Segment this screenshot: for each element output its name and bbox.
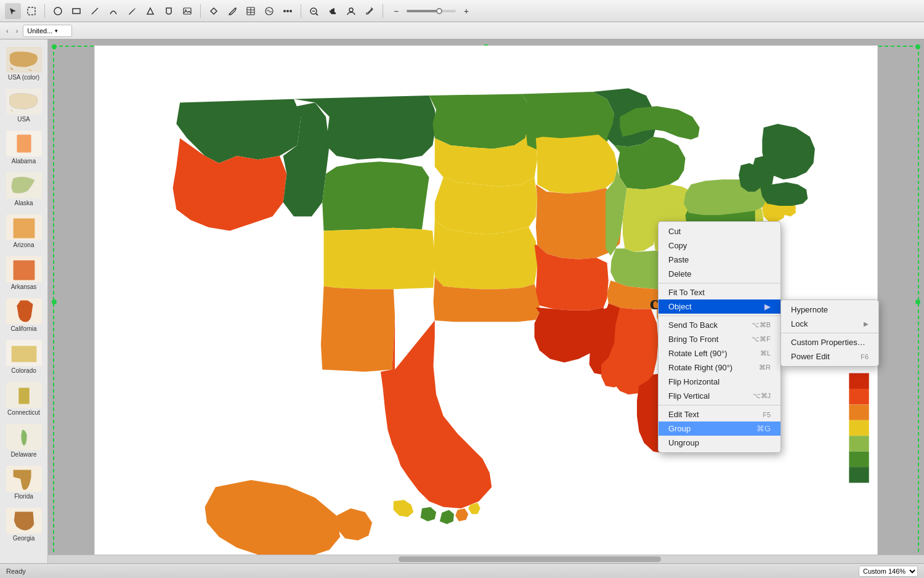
sidebar-item-arkansas[interactable]: Arkansas <box>2 254 46 292</box>
svg-rect-24 <box>18 388 29 404</box>
menu-rotate-right[interactable]: Rotate Right (90°) ⌘R <box>659 360 780 375</box>
svg-line-3 <box>92 8 98 14</box>
zoom-thumb[interactable] <box>436 8 442 14</box>
sidebar-label-usa-color: USA (color) <box>8 74 39 81</box>
sidebar-map-usa-color <box>6 47 42 73</box>
sidebar-item-colorado[interactable]: Colorado <box>2 338 46 376</box>
svg-point-15 <box>290 10 292 12</box>
hand-tool[interactable] <box>325 3 341 19</box>
svg-point-13 <box>283 10 286 12</box>
sidebar-item-usa[interactable]: USA <box>2 86 46 124</box>
sidebar-item-delaware[interactable]: Delaware <box>2 421 46 460</box>
paint-tool[interactable] <box>161 3 177 19</box>
svg-rect-31 <box>849 436 869 451</box>
submenu-hypernote[interactable]: Hypernote <box>781 303 878 317</box>
menu-group[interactable]: Group ⌘G <box>659 421 780 436</box>
zoom-control: Custom 146% 100% 75% 50% <box>859 566 918 577</box>
arc-tool[interactable] <box>105 3 121 19</box>
page-dropdown[interactable]: United... ▾ <box>23 25 72 37</box>
menu-object[interactable]: Object ▶ <box>659 299 780 314</box>
sep-a <box>659 283 780 283</box>
submenu-custom-properties[interactable]: Custom Properties… <box>781 335 878 349</box>
menu-ungroup[interactable]: Ungroup <box>659 436 780 450</box>
sidebar-item-arizona[interactable]: Arizona <box>2 212 46 250</box>
sidebar-item-usa-color[interactable]: USA (color) <box>2 44 46 83</box>
h-scrollbar-thumb[interactable] <box>399 556 662 562</box>
main-area: USA (color) USA Alabama Alaska <box>0 39 924 563</box>
gradient-tool[interactable] <box>261 3 277 19</box>
svg-rect-5 <box>184 8 191 14</box>
sep1 <box>44 4 45 18</box>
svg-line-18 <box>316 14 318 15</box>
sidebar-item-florida[interactable]: Florida <box>2 463 46 502</box>
action-tool[interactable] <box>206 3 222 19</box>
menu-copy[interactable]: Copy <box>659 238 780 253</box>
rect-tool[interactable] <box>68 3 84 19</box>
arrow-tool[interactable] <box>5 3 21 19</box>
sidebar-map-usa <box>6 89 42 115</box>
svg-rect-0 <box>28 7 35 15</box>
extras-tool[interactable] <box>280 3 296 19</box>
submenu-power-edit[interactable]: Power Edit F6 <box>781 349 878 364</box>
sidebar-item-california[interactable]: California <box>2 296 46 334</box>
svg-line-7 <box>231 10 233 12</box>
oval-tool[interactable] <box>50 3 66 19</box>
submenu-sep <box>781 333 878 333</box>
zoom-select[interactable]: Custom 146% 100% 75% 50% <box>859 566 918 577</box>
image-tool[interactable] <box>179 3 195 19</box>
pencil-tool[interactable] <box>124 3 140 19</box>
svg-rect-23 <box>11 346 36 362</box>
menu-bring-to-front[interactable]: Bring To Front ⌥⌘F <box>659 332 780 346</box>
menu-cut[interactable]: Cut <box>659 224 780 238</box>
sep3 <box>301 4 301 18</box>
menu-flip-vertical[interactable]: Flip Vertical ⌥⌘J <box>659 389 780 403</box>
svg-point-1 <box>54 7 62 15</box>
submenu-lock[interactable]: Lock ▶ <box>781 317 878 331</box>
svg-rect-22 <box>13 261 34 280</box>
zoom-slider[interactable] <box>407 10 456 12</box>
forward-button[interactable]: › <box>14 26 21 36</box>
status-bar: Ready Custom 146% 100% 75% 50% <box>0 563 924 578</box>
svg-rect-33 <box>849 467 869 482</box>
sep4 <box>383 4 383 18</box>
svg-point-14 <box>286 10 289 12</box>
eyedropper-tool[interactable] <box>362 3 378 19</box>
line-tool[interactable] <box>87 3 103 19</box>
menu-delete[interactable]: Delete <box>659 267 780 281</box>
main-toolbar: − + <box>0 0 924 22</box>
menu-rotate-left[interactable]: Rotate Left (90°) ⌘L <box>659 346 780 360</box>
menu-edit-text[interactable]: Edit Text F5 <box>659 407 780 421</box>
canvas-area[interactable]: ce Index Cut Copy Paste <box>48 39 924 563</box>
select-tool[interactable] <box>23 3 39 19</box>
user-tool[interactable] <box>343 3 359 19</box>
sidebar: USA (color) USA Alabama Alaska <box>0 39 48 563</box>
menu-fit-to-text[interactable]: Fit To Text <box>659 285 780 299</box>
sidebar-label-usa: USA <box>17 116 30 123</box>
svg-point-19 <box>349 8 353 12</box>
shape-tool[interactable] <box>142 3 158 19</box>
svg-rect-27 <box>849 373 869 389</box>
zoom-minus[interactable]: − <box>388 3 404 19</box>
svg-rect-28 <box>849 389 869 404</box>
sidebar-item-alaska[interactable]: Alaska <box>2 170 46 208</box>
h-scrollbar[interactable] <box>48 555 924 563</box>
object-submenu: Hypernote Lock ▶ Custom Properties… Powe… <box>780 299 879 367</box>
table-tool[interactable] <box>243 3 259 19</box>
menu-paste[interactable]: Paste <box>659 253 780 267</box>
sidebar-item-georgia[interactable]: Georgia <box>2 505 46 543</box>
link-tool[interactable] <box>224 3 240 19</box>
menu-send-to-back[interactable]: Send To Back ⌥⌘B <box>659 318 780 332</box>
zoom-out-btn[interactable] <box>306 3 322 19</box>
menu-flip-horizontal[interactable]: Flip Horizontal <box>659 375 780 389</box>
svg-rect-20 <box>17 135 31 153</box>
status-text: Ready <box>6 568 26 575</box>
zoom-plus[interactable]: + <box>458 3 474 19</box>
nav-bar: ‹ › United... ▾ <box>0 22 924 39</box>
sidebar-item-alabama[interactable]: Alabama <box>2 128 46 166</box>
svg-rect-21 <box>13 219 34 238</box>
sep2 <box>200 4 201 18</box>
svg-rect-29 <box>849 404 869 420</box>
sidebar-item-connecticut[interactable]: Connecticut <box>2 380 46 418</box>
back-button[interactable]: ‹ <box>4 26 11 36</box>
svg-rect-32 <box>849 452 869 467</box>
